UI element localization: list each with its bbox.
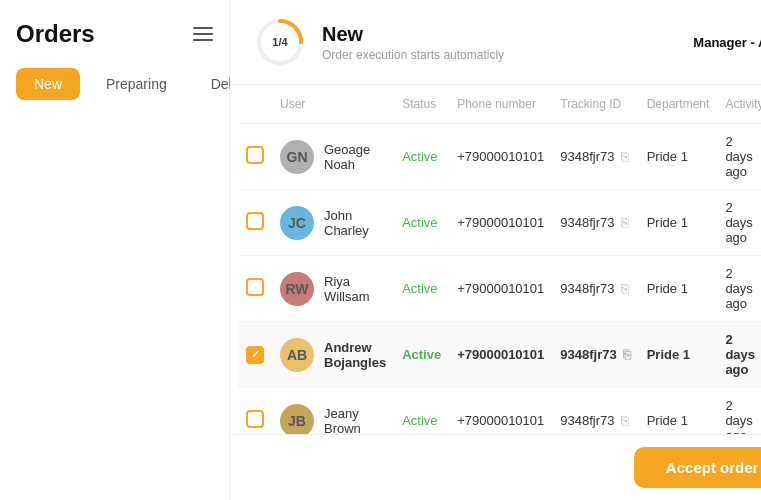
department-cell: Pride 1 xyxy=(639,190,718,256)
status-cell: Active xyxy=(394,256,449,322)
table-row[interactable]: JB Jeany Brown Active+790000101019348fjr… xyxy=(238,388,761,435)
topbar-info: New Order execution starts automaticly xyxy=(322,23,504,62)
user-cell: GN Geoage Noah xyxy=(272,124,394,190)
tracking-cell: 9348fjr73⎘ xyxy=(552,124,638,190)
tracking-id: 9348fjr73 xyxy=(560,281,614,296)
progress-circle: 1/4 xyxy=(254,16,306,68)
col-checkbox xyxy=(238,85,272,124)
status-badge: Active xyxy=(402,281,437,296)
checkbox-cell[interactable] xyxy=(238,190,272,256)
table-row[interactable]: AB Andrew Bojangles Active+7900001010193… xyxy=(238,322,761,388)
user-cell: JC John Charley xyxy=(272,190,394,256)
department-cell: Pride 1 xyxy=(639,124,718,190)
col-status: Status xyxy=(394,85,449,124)
topbar-subtitle: Order execution starts automaticly xyxy=(322,48,504,62)
topbar-title: New xyxy=(322,23,504,46)
avatar: AB xyxy=(280,338,314,372)
tracking-cell: 9348fjr73⎘ xyxy=(552,190,638,256)
sidebar-title: Orders xyxy=(16,20,95,48)
user-name: Geoage Noah xyxy=(324,142,386,172)
activity-cell: 2 days ago xyxy=(717,322,761,388)
status-badge: Active xyxy=(402,347,441,362)
col-tracking: Tracking ID xyxy=(552,85,638,124)
tracking-id: 9348fjr73 xyxy=(560,215,614,230)
orders-table: User Status Phone number Tracking ID Dep… xyxy=(238,85,761,434)
user-name: John Charley xyxy=(324,208,386,238)
phone-cell: +79000010101 xyxy=(449,322,552,388)
checkbox-outline[interactable] xyxy=(246,278,264,296)
footer: Accept order xyxy=(230,434,761,500)
activity-cell: 2 days ago xyxy=(717,256,761,322)
table-header-row: User Status Phone number Tracking ID Dep… xyxy=(238,85,761,124)
col-activity: Activity xyxy=(717,85,761,124)
user-cell: AB Andrew Bojangles xyxy=(272,322,394,388)
tab-new[interactable]: New xyxy=(16,68,80,100)
col-user: User xyxy=(272,85,394,124)
sidebar-header: Orders xyxy=(16,20,213,48)
table-container: User Status Phone number Tracking ID Dep… xyxy=(230,85,761,434)
user-name: Jeany Brown xyxy=(324,406,386,435)
checkbox-outline[interactable] xyxy=(246,212,264,230)
sidebar: Orders New Preparing Delivery xyxy=(0,0,230,500)
checkbox-filled[interactable] xyxy=(246,346,264,364)
status-cell: Active xyxy=(394,388,449,435)
status-cell: Active xyxy=(394,124,449,190)
checkbox-cell[interactable] xyxy=(238,124,272,190)
topbar: 1/4 New Order execution starts automatic… xyxy=(230,0,761,85)
copy-icon[interactable]: ⎘ xyxy=(621,149,629,164)
tracking-cell: 9348fjr73⎘ xyxy=(552,256,638,322)
user-name: Riya Willsam xyxy=(324,274,386,304)
avatar: JB xyxy=(280,404,314,435)
tracking-cell: 9348fjr73⎘ xyxy=(552,322,638,388)
menu-icon[interactable] xyxy=(193,27,213,41)
checkbox-outline[interactable] xyxy=(246,146,264,164)
department-cell: Pride 1 xyxy=(639,256,718,322)
col-phone: Phone number xyxy=(449,85,552,124)
tracking-id: 9348fjr73 xyxy=(560,413,614,428)
tracking-id: 9348fjr73 xyxy=(560,149,614,164)
department-cell: Pride 1 xyxy=(639,388,718,435)
tracking-cell: 9348fjr73⎘ xyxy=(552,388,638,435)
avatar: JC xyxy=(280,206,314,240)
user-name: Andrew Bojangles xyxy=(324,340,386,370)
progress-label: 1/4 xyxy=(272,36,287,48)
activity-cell: 2 days ago xyxy=(717,388,761,435)
status-cell: Active xyxy=(394,322,449,388)
status-cell: Active xyxy=(394,190,449,256)
phone-cell: +79000010101 xyxy=(449,388,552,435)
manager-prefix: Manager - xyxy=(693,35,758,50)
activity-cell: 2 days ago xyxy=(717,124,761,190)
tracking-id: 9348fjr73 xyxy=(560,347,616,362)
copy-icon[interactable]: ⎘ xyxy=(621,281,629,296)
status-badge: Active xyxy=(402,149,437,164)
copy-icon[interactable]: ⎘ xyxy=(623,347,631,362)
copy-icon[interactable]: ⎘ xyxy=(621,215,629,230)
department-cell: Pride 1 xyxy=(639,322,718,388)
col-department: Department xyxy=(639,85,718,124)
topbar-left: 1/4 New Order execution starts automatic… xyxy=(254,16,504,68)
table-row[interactable]: JC John Charley Active+790000101019348fj… xyxy=(238,190,761,256)
tab-row: New Preparing Delivery xyxy=(16,68,213,100)
checkbox-outline[interactable] xyxy=(246,410,264,428)
main-panel: 1/4 New Order execution starts automatic… xyxy=(230,0,761,500)
phone-cell: +79000010101 xyxy=(449,256,552,322)
status-badge: Active xyxy=(402,413,437,428)
user-cell: RW Riya Willsam xyxy=(272,256,394,322)
tab-preparing[interactable]: Preparing xyxy=(88,68,185,100)
table-row[interactable]: RW Riya Willsam Active+790000101019348fj… xyxy=(238,256,761,322)
avatar: GN xyxy=(280,140,314,174)
status-badge: Active xyxy=(402,215,437,230)
activity-cell: 2 days ago xyxy=(717,190,761,256)
table-row[interactable]: GN Geoage Noah Active+790000101019348fjr… xyxy=(238,124,761,190)
phone-cell: +79000010101 xyxy=(449,190,552,256)
accept-order-button[interactable]: Accept order xyxy=(634,447,761,488)
avatar: RW xyxy=(280,272,314,306)
user-cell: JB Jeany Brown xyxy=(272,388,394,435)
checkbox-cell[interactable] xyxy=(238,388,272,435)
phone-cell: +79000010101 xyxy=(449,124,552,190)
manager-label: Manager - Anna xyxy=(693,35,761,50)
checkbox-cell[interactable] xyxy=(238,256,272,322)
copy-icon[interactable]: ⎘ xyxy=(621,413,629,428)
checkbox-cell[interactable] xyxy=(238,322,272,388)
